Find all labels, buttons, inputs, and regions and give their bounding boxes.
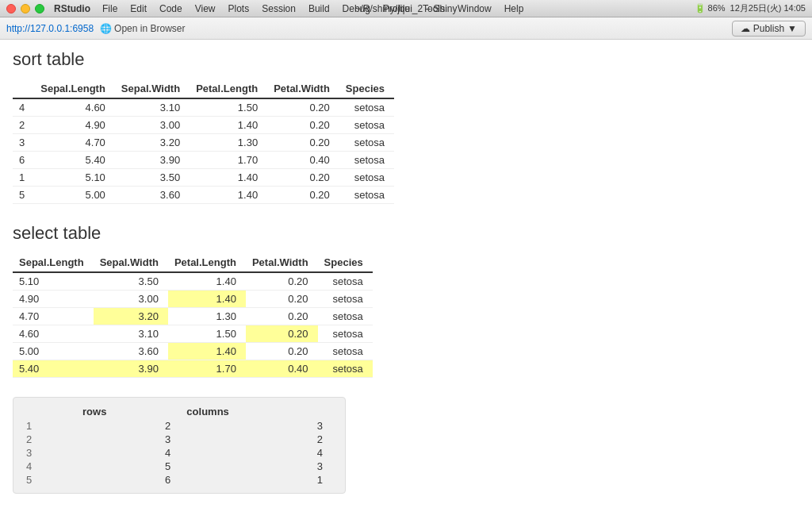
sepal-length: 4.70 <box>13 308 94 325</box>
info-row-index: 5 <box>23 473 79 487</box>
petal-width: 0.20 <box>267 169 339 187</box>
menu-build[interactable]: Build <box>303 2 335 15</box>
petal-width: 0.20 <box>267 187 339 204</box>
sort-table-col-petal-length[interactable]: Petal.Length <box>190 79 267 98</box>
table-row[interactable]: 5.40 3.90 1.70 0.40 setosa <box>13 360 373 378</box>
info-col-index <box>23 404 79 419</box>
sepal-width: 3.90 <box>115 152 190 169</box>
select-table-col-sepal-width[interactable]: Sepal.Width <box>94 253 168 272</box>
menu-session[interactable]: Session <box>256 2 301 15</box>
info-row-index: 3 <box>23 446 79 460</box>
petal-length: 1.40 <box>190 169 267 187</box>
list-item: 2 3 2 <box>23 433 335 446</box>
table-row[interactable]: 1 5.10 3.50 1.40 0.20 setosa <box>13 169 394 187</box>
table-row[interactable]: 5.00 3.60 1.40 0.20 setosa <box>13 343 373 360</box>
sepal-length: 5.40 <box>34 152 115 169</box>
petal-width: 0.20 <box>246 291 318 308</box>
sort-table-col-sepal-width[interactable]: Sepal.Width <box>115 79 190 98</box>
sepal-width: 3.60 <box>115 187 190 204</box>
sepal-length: 5.10 <box>34 169 115 187</box>
fullscreen-button[interactable] <box>35 4 44 13</box>
table-row[interactable]: 5.10 3.50 1.40 0.20 setosa <box>13 272 373 291</box>
info-panel-table: rows columns 1 2 3 2 3 2 3 4 4 4 5 3 5 6… <box>23 404 335 487</box>
sepal-width: 3.00 <box>94 291 168 308</box>
species: setosa <box>318 291 373 308</box>
sort-table-col-index <box>13 79 34 98</box>
sepal-width: 3.60 <box>94 343 168 360</box>
sepal-length: 5.40 <box>13 360 94 378</box>
petal-width: 0.20 <box>267 134 339 152</box>
table-row[interactable]: 3 4.70 3.20 1.30 0.20 setosa <box>13 134 394 152</box>
menu-plots[interactable]: Plots <box>223 2 255 15</box>
window-title: ~/R/shiny/jqui_2 – Shiny <box>354 3 457 14</box>
petal-width: 0.20 <box>267 98 339 117</box>
menu-code[interactable]: Code <box>154 2 188 15</box>
sepal-width: 3.00 <box>115 117 190 134</box>
petal-length: 1.40 <box>168 343 246 360</box>
publish-label: Publish <box>753 23 784 34</box>
select-table-col-species[interactable]: Species <box>318 253 373 272</box>
publish-icon: ☁ <box>741 23 750 34</box>
info-col-columns: 1 <box>183 473 335 487</box>
sepal-width: 3.20 <box>94 308 168 325</box>
petal-length: 1.70 <box>190 152 267 169</box>
menu-help[interactable]: Help <box>499 2 530 15</box>
list-item: 4 5 3 <box>23 460 335 473</box>
info-col-columns: 3 <box>183 419 335 433</box>
petal-width: 0.40 <box>246 360 318 378</box>
sort-table-col-sepal-length[interactable]: Sepal.Length <box>34 79 115 98</box>
info-col-columns: columns <box>183 404 335 419</box>
select-table: Sepal.Length Sepal.Width Petal.Length Pe… <box>13 253 373 378</box>
petal-width: 0.20 <box>246 308 318 325</box>
table-row[interactable]: 4 4.60 3.10 1.50 0.20 setosa <box>13 98 394 117</box>
url-display[interactable]: http://127.0.0.1:6958 <box>6 23 94 34</box>
main-content: sort table Sepal.Length Sepal.Width Peta… <box>0 40 812 508</box>
table-row[interactable]: 4.90 3.00 1.40 0.20 setosa <box>13 291 373 308</box>
list-item: 5 6 1 <box>23 473 335 487</box>
title-bar-right: 🔋 86% 12月25日(火) 14:05 <box>695 2 806 14</box>
species: setosa <box>339 98 394 117</box>
table-row[interactable]: 5 5.00 3.60 1.40 0.20 setosa <box>13 187 394 204</box>
table-row[interactable]: 4.60 3.10 1.50 0.20 setosa <box>13 325 373 343</box>
info-panel-body: 1 2 3 2 3 2 3 4 4 4 5 3 5 6 1 <box>23 419 335 487</box>
sort-table-col-species[interactable]: Species <box>339 79 394 98</box>
sepal-width: 3.50 <box>94 272 168 291</box>
open-in-browser-button[interactable]: 🌐 Open in Browser <box>100 23 185 34</box>
sort-table-body: 4 4.60 3.10 1.50 0.20 setosa 2 4.90 3.00… <box>13 98 394 204</box>
info-panel-header: rows columns <box>23 404 335 419</box>
sort-table-col-petal-width[interactable]: Petal.Width <box>267 79 339 98</box>
species: setosa <box>318 272 373 291</box>
toolbar-right: ☁ Publish ▼ <box>732 21 806 37</box>
select-table-col-petal-width[interactable]: Petal.Width <box>246 253 318 272</box>
row-index: 3 <box>13 134 34 152</box>
species: setosa <box>318 360 373 378</box>
toolbar: http://127.0.0.1:6958 🌐 Open in Browser … <box>0 17 812 40</box>
select-table-col-petal-length[interactable]: Petal.Length <box>168 253 246 272</box>
sepal-width: 3.10 <box>94 325 168 343</box>
row-index: 4 <box>13 98 34 117</box>
table-row[interactable]: 2 4.90 3.00 1.40 0.20 setosa <box>13 117 394 134</box>
datetime: 12月25日(火) 14:05 <box>730 2 806 14</box>
menu-view[interactable]: View <box>190 2 221 15</box>
menu-window[interactable]: Window <box>452 2 497 15</box>
table-row[interactable]: 4.70 3.20 1.30 0.20 setosa <box>13 308 373 325</box>
select-table-col-sepal-length[interactable]: Sepal.Length <box>13 253 94 272</box>
info-col-columns: 2 <box>183 433 335 446</box>
info-col-rows: rows <box>79 404 183 419</box>
close-button[interactable] <box>6 4 16 13</box>
list-item: 3 4 4 <box>23 446 335 460</box>
menu-edit[interactable]: Edit <box>124 2 152 15</box>
species: setosa <box>318 343 373 360</box>
menu-file[interactable]: File <box>97 2 123 15</box>
minimize-button[interactable] <box>21 4 30 13</box>
app-name-label: RStudio <box>54 3 90 14</box>
sepal-length: 4.60 <box>34 98 115 117</box>
open-browser-label: Open in Browser <box>114 23 185 34</box>
info-row-index: 1 <box>23 419 79 433</box>
petal-length: 1.40 <box>168 291 246 308</box>
sepal-length: 5.00 <box>34 187 115 204</box>
publish-button[interactable]: ☁ Publish ▼ <box>732 21 806 37</box>
info-row-rows: 4 <box>79 446 183 460</box>
sepal-length: 5.10 <box>13 272 94 291</box>
table-row[interactable]: 6 5.40 3.90 1.70 0.40 setosa <box>13 152 394 169</box>
